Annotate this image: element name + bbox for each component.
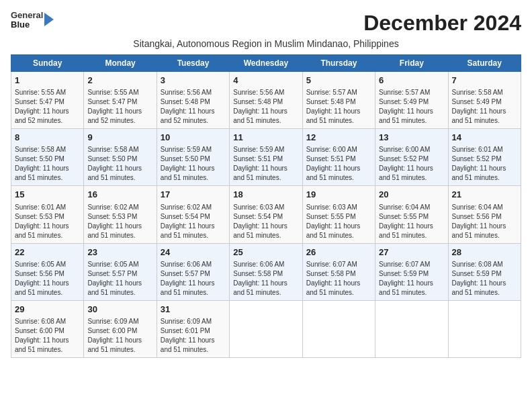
day-info: Sunset: 5:51 PM: [233, 154, 298, 164]
day-info: Sunrise: 6:08 AM: [452, 260, 517, 269]
calendar-cell: 23Sunrise: 6:05 AMSunset: 5:57 PMDayligh…: [84, 243, 157, 300]
day-info: Sunrise: 6:06 AM: [233, 260, 298, 269]
calendar-cell: 16Sunrise: 6:02 AMSunset: 5:53 PMDayligh…: [84, 186, 157, 243]
day-info: Sunrise: 5:57 AM: [379, 88, 444, 97]
day-info: and 51 minutes.: [452, 288, 517, 298]
day-number: 17: [161, 189, 226, 201]
calendar-cell: [448, 300, 521, 357]
day-info: Daylight: 11 hours: [161, 164, 226, 173]
day-number: 22: [15, 246, 80, 259]
calendar-cell: 10Sunrise: 5:59 AMSunset: 5:50 PMDayligh…: [157, 129, 229, 186]
subtitle: Sitangkai, Autonomous Region in Muslim M…: [11, 38, 521, 49]
calendar-cell: 28Sunrise: 6:08 AMSunset: 5:59 PMDayligh…: [448, 243, 521, 300]
day-number: 30: [87, 304, 152, 316]
day-number: 3: [161, 75, 226, 87]
day-info: Sunset: 5:48 PM: [161, 97, 226, 107]
header: General Blue December 2024: [11, 11, 521, 36]
day-info: Daylight: 11 hours: [452, 279, 517, 288]
day-info: Daylight: 11 hours: [306, 164, 371, 173]
calendar-cell: 18Sunrise: 6:03 AMSunset: 5:54 PMDayligh…: [230, 186, 302, 243]
day-info: and 51 minutes.: [87, 173, 152, 183]
day-info: Daylight: 11 hours: [15, 164, 80, 173]
day-info: Sunset: 5:52 PM: [452, 154, 517, 164]
day-info: Daylight: 11 hours: [306, 279, 371, 288]
calendar-body: 1Sunrise: 5:55 AMSunset: 5:47 PMDaylight…: [11, 72, 521, 358]
calendar-cell: 2Sunrise: 5:55 AMSunset: 5:47 PMDaylight…: [84, 72, 157, 129]
day-info: Daylight: 11 hours: [87, 164, 152, 173]
calendar-cell: 5Sunrise: 5:57 AMSunset: 5:48 PMDaylight…: [302, 72, 375, 129]
day-info: Sunrise: 5:59 AM: [161, 145, 226, 154]
day-info: Sunrise: 6:03 AM: [306, 203, 371, 212]
day-number: 12: [306, 132, 371, 144]
calendar-cell: 3Sunrise: 5:56 AMSunset: 5:48 PMDaylight…: [157, 72, 229, 129]
day-info: and 51 minutes.: [452, 116, 517, 126]
day-info: and 51 minutes.: [233, 288, 298, 298]
day-info: and 51 minutes.: [233, 116, 298, 126]
day-info: Sunrise: 6:04 AM: [452, 203, 517, 212]
day-number: 29: [15, 304, 80, 316]
day-info: and 51 minutes.: [379, 288, 444, 298]
day-info: Daylight: 11 hours: [233, 107, 298, 116]
day-info: and 51 minutes.: [306, 116, 371, 126]
day-info: and 51 minutes.: [161, 345, 226, 355]
day-info: Sunset: 5:52 PM: [379, 154, 444, 164]
day-info: Sunrise: 6:00 AM: [306, 145, 371, 154]
day-info: Sunrise: 6:02 AM: [161, 203, 226, 212]
calendar-cell: 17Sunrise: 6:02 AMSunset: 5:54 PMDayligh…: [157, 186, 229, 243]
calendar-cell: 1Sunrise: 5:55 AMSunset: 5:47 PMDaylight…: [11, 72, 84, 129]
day-header-monday: Monday: [84, 55, 157, 72]
day-info: Daylight: 11 hours: [379, 222, 444, 231]
day-info: and 51 minutes.: [306, 288, 371, 298]
day-info: Sunset: 5:53 PM: [15, 212, 80, 222]
day-info: Daylight: 11 hours: [379, 279, 444, 288]
day-info: and 51 minutes.: [452, 173, 517, 183]
day-number: 8: [15, 132, 80, 144]
day-info: Sunset: 5:53 PM: [87, 212, 152, 222]
day-info: Daylight: 11 hours: [87, 107, 152, 116]
day-info: Daylight: 11 hours: [306, 222, 371, 231]
day-header-saturday: Saturday: [448, 55, 521, 72]
day-info: Sunset: 5:50 PM: [87, 154, 152, 164]
day-number: 26: [306, 246, 371, 259]
calendar-cell: 15Sunrise: 6:01 AMSunset: 5:53 PMDayligh…: [11, 186, 84, 243]
day-info: Sunrise: 6:09 AM: [87, 317, 152, 326]
day-info: Daylight: 11 hours: [233, 222, 298, 231]
day-number: 5: [306, 75, 371, 87]
calendar-week-1: 1Sunrise: 5:55 AMSunset: 5:47 PMDaylight…: [11, 72, 521, 129]
day-header-sunday: Sunday: [11, 55, 84, 72]
day-info: Sunrise: 6:00 AM: [379, 145, 444, 154]
day-info: Sunset: 5:55 PM: [306, 212, 371, 222]
day-info: and 51 minutes.: [87, 345, 152, 355]
day-info: Sunset: 6:00 PM: [15, 326, 80, 336]
calendar-cell: 31Sunrise: 6:09 AMSunset: 6:01 PMDayligh…: [157, 300, 229, 357]
day-info: Sunset: 6:01 PM: [161, 326, 226, 336]
day-info: Daylight: 11 hours: [87, 279, 152, 288]
day-number: 25: [233, 246, 298, 259]
calendar-cell: 7Sunrise: 5:58 AMSunset: 5:49 PMDaylight…: [448, 72, 521, 129]
day-info: Sunrise: 6:07 AM: [379, 260, 444, 269]
day-info: Daylight: 11 hours: [15, 222, 80, 231]
day-number: 9: [87, 132, 152, 144]
calendar-cell: 21Sunrise: 6:04 AMSunset: 5:56 PMDayligh…: [448, 186, 521, 243]
day-info: Sunrise: 5:55 AM: [15, 88, 80, 97]
day-info: Sunset: 5:48 PM: [306, 97, 371, 107]
calendar-cell: [230, 300, 302, 357]
day-number: 16: [87, 189, 152, 201]
day-number: 20: [379, 189, 444, 201]
calendar-cell: 20Sunrise: 6:04 AMSunset: 5:55 PMDayligh…: [375, 186, 448, 243]
day-info: Sunrise: 6:05 AM: [87, 260, 152, 269]
day-info: and 51 minutes.: [87, 288, 152, 298]
day-info: and 51 minutes.: [15, 173, 80, 183]
day-info: Sunrise: 5:55 AM: [87, 88, 152, 97]
day-info: and 51 minutes.: [161, 231, 226, 240]
day-info: and 51 minutes.: [452, 231, 517, 240]
logo-arrow-icon: [44, 13, 54, 26]
day-info: Sunrise: 6:09 AM: [161, 317, 226, 326]
day-info: and 51 minutes.: [379, 231, 444, 240]
day-info: Daylight: 11 hours: [161, 336, 226, 345]
day-info: Daylight: 11 hours: [452, 164, 517, 173]
calendar-cell: 6Sunrise: 5:57 AMSunset: 5:49 PMDaylight…: [375, 72, 448, 129]
day-info: Sunrise: 5:58 AM: [15, 145, 80, 154]
day-info: Daylight: 11 hours: [452, 222, 517, 231]
day-info: Daylight: 11 hours: [15, 107, 80, 116]
